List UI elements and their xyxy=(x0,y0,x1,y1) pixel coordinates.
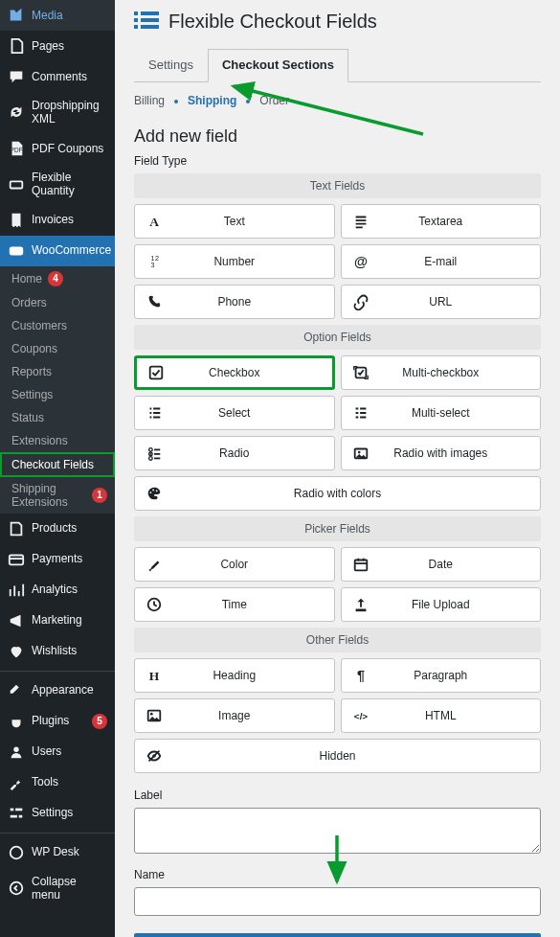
svg-point-27 xyxy=(150,453,152,455)
tab-settings[interactable]: Settings xyxy=(134,49,208,81)
label-label: Label xyxy=(134,788,541,802)
sidebar-item-settings[interactable]: Settings xyxy=(0,383,115,406)
label-input[interactable] xyxy=(134,808,541,854)
sidebar-item-invoices[interactable]: Invoices xyxy=(0,205,115,236)
sidebar-item-label: Dropshipping XML xyxy=(32,99,107,126)
field-type-color[interactable]: Color xyxy=(134,547,335,582)
rimg-icon xyxy=(342,445,380,462)
field-type-label: Hidden xyxy=(173,749,540,763)
crumb-billing[interactable]: Billing xyxy=(134,94,165,107)
field-type-radio-images[interactable]: Radio with images xyxy=(341,436,542,470)
products-icon xyxy=(8,520,25,537)
sidebar-item-plugins[interactable]: Plugins5 xyxy=(0,706,115,737)
sidebar-item-products[interactable]: Products xyxy=(0,514,115,544)
field-type-label: Radio with colors xyxy=(173,487,540,500)
field-type-paragraph[interactable]: ¶Paragraph xyxy=(341,658,542,693)
sidebar-item-status[interactable]: Status xyxy=(0,406,115,429)
sidebar-item-marketing[interactable]: Marketing xyxy=(0,606,115,636)
sidebar-item-appearance[interactable]: Appearance xyxy=(0,675,115,706)
sidebar-item-comments[interactable]: Comments xyxy=(0,61,115,92)
svg-point-31 xyxy=(150,491,152,493)
field-type-label: Number xyxy=(173,255,334,268)
settings-icon xyxy=(8,805,25,822)
field-type-image[interactable]: Image xyxy=(134,698,335,733)
sidebar-item-wishlists[interactable]: Wishlists xyxy=(0,636,115,667)
wish-icon xyxy=(8,643,25,660)
sidebar-item-tools[interactable]: Tools xyxy=(0,767,115,798)
field-type-label: Radio xyxy=(173,446,334,460)
sync-icon xyxy=(8,103,25,121)
field-type-label: Paragraph xyxy=(380,669,541,682)
category-header: Text Fields xyxy=(134,173,541,198)
add-field-button[interactable]: Add Field xyxy=(134,933,541,937)
field-type-checkbox[interactable]: Checkbox xyxy=(134,355,335,390)
comments-icon xyxy=(8,68,25,85)
crumb-order[interactable]: Order xyxy=(259,94,289,107)
sidebar-item-coupons[interactable]: Coupons xyxy=(0,337,115,360)
field-type-label: Color xyxy=(173,558,334,571)
inv-icon xyxy=(8,212,25,229)
marketing-icon xyxy=(8,612,25,629)
sidebar-item-label: Pages xyxy=(32,39,107,53)
field-type-textarea[interactable]: Textarea xyxy=(341,204,542,239)
check-icon xyxy=(137,364,175,381)
field-type-heading[interactable]: HHeading xyxy=(134,658,335,693)
page-title: Flexible Checkout Fields xyxy=(168,11,377,33)
field-type-number[interactable]: 123Number xyxy=(134,244,335,279)
field-type-radio[interactable]: Radio xyxy=(134,436,335,470)
svg-rect-16 xyxy=(134,25,138,29)
field-type-select[interactable]: Select xyxy=(134,396,335,430)
category-header: Other Fields xyxy=(134,628,541,652)
sidebar-item-label: Home xyxy=(11,272,42,286)
sidebar-item-woocommerce[interactable]: WooCommerce xyxy=(0,236,115,266)
sidebar-item-collapse[interactable]: Collapse menu xyxy=(0,868,115,909)
field-type-upload[interactable]: File Upload xyxy=(341,587,542,622)
sidebar-item-label: Status xyxy=(11,411,44,424)
field-type-multi-select[interactable]: Multi-select xyxy=(341,396,542,430)
svg-rect-34 xyxy=(354,560,367,571)
sidebar-item-orders[interactable]: Orders xyxy=(0,291,115,314)
tab-checkout-sections[interactable]: Checkout Sections xyxy=(208,49,348,82)
sidebar-item-wpsettings[interactable]: Settings xyxy=(0,798,115,829)
svg-text:H: H xyxy=(149,669,160,683)
plugins-icon xyxy=(8,713,25,730)
field-type-time[interactable]: Time xyxy=(134,587,335,622)
sidebar-item-users[interactable]: Users xyxy=(0,737,115,767)
svg-point-30 xyxy=(357,451,360,454)
users-icon xyxy=(8,743,25,761)
sidebar-item-shipping-ext[interactable]: Shipping Extensions1 xyxy=(0,477,115,514)
sidebar-item-home[interactable]: Home4 xyxy=(0,266,115,291)
field-type-date[interactable]: Date xyxy=(341,547,542,582)
field-type-email[interactable]: @E-mail xyxy=(341,244,542,279)
sidebar-item-extensions[interactable]: Extensions xyxy=(0,429,115,452)
sidebar-item-analytics[interactable]: Analytics xyxy=(0,575,115,606)
field-type-html[interactable]: </>HTML xyxy=(341,698,542,733)
para-icon: ¶ xyxy=(342,667,380,684)
sidebar-item-checkout-fields[interactable]: Checkout Fields xyxy=(0,452,115,477)
qty-icon xyxy=(8,175,25,193)
badge: 1 xyxy=(92,488,107,503)
field-type-label: File Upload xyxy=(380,598,541,611)
sidebar-item-wpdesk[interactable]: WP Desk xyxy=(0,837,115,868)
field-type-url[interactable]: URL xyxy=(341,285,542,319)
name-input[interactable] xyxy=(134,887,541,916)
section-breadcrumbs: BillingShippingOrder xyxy=(134,92,541,113)
main-content: Flexible Checkout Fields SettingsCheckou… xyxy=(115,0,560,937)
sidebar-item-flex-qty[interactable]: Flexible Quantity xyxy=(0,164,115,205)
sidebar-item-payments[interactable]: Payments xyxy=(0,544,115,575)
field-type-hidden[interactable]: Hidden xyxy=(134,739,541,773)
svg-rect-12 xyxy=(134,11,138,15)
sidebar-item-customers[interactable]: Customers xyxy=(0,314,115,337)
sidebar-item-reports[interactable]: Reports xyxy=(0,360,115,383)
field-type-text[interactable]: AText xyxy=(134,204,335,239)
field-type-radio-colors[interactable]: Radio with colors xyxy=(134,476,541,511)
sidebar-item-dropshipping[interactable]: Dropshipping XML xyxy=(0,92,115,133)
field-type-phone[interactable]: Phone xyxy=(134,285,335,319)
sidebar-item-pages[interactable]: Pages xyxy=(0,31,115,61)
radio-icon xyxy=(135,445,173,462)
field-type-multi-checkbox[interactable]: Multi-checkbox xyxy=(341,355,542,390)
sidebar-item-media[interactable]: Media xyxy=(0,0,115,31)
sidebar-item-pdf-coupons[interactable]: PDFPDF Coupons xyxy=(0,133,115,164)
crumb-shipping[interactable]: Shipping xyxy=(188,94,236,107)
analytics-icon xyxy=(8,582,25,599)
